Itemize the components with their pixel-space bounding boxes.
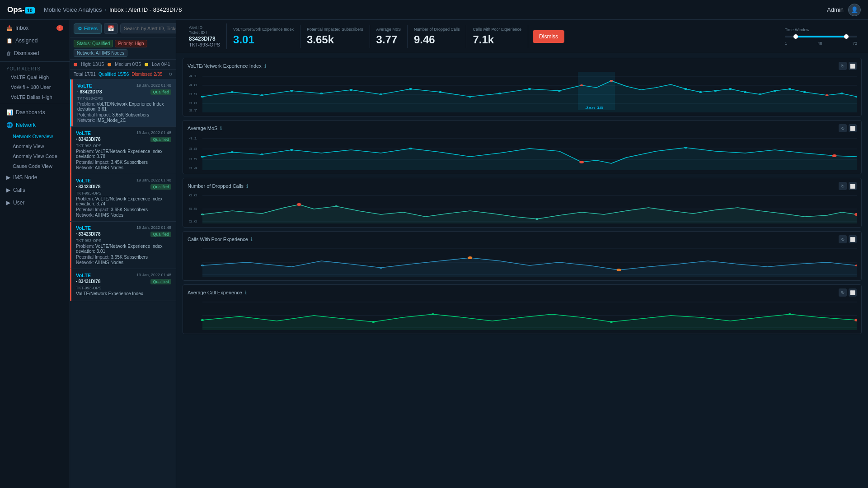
svg-text:4.0: 4.0: [189, 83, 197, 87]
tag-priority[interactable]: Priority: High: [115, 40, 147, 47]
chart-title-poor-exp: Calls With Poor Experience: [188, 237, 248, 242]
sidebar-item-cause-code-view[interactable]: Cause Code View: [0, 161, 70, 171]
alert-card-2[interactable]: VoLTE 19 Jan, 2022 01:48 · 83423DI78 Qua…: [70, 127, 176, 174]
filter-button[interactable]: ⚙ Filters: [74, 23, 102, 34]
time-slider-track[interactable]: [785, 36, 857, 37]
alert-problem-4: Problem: VoLTE/Network Experience Index …: [76, 244, 171, 254]
svg-text:3.5: 3.5: [189, 157, 197, 161]
alert-problem-1: Problem: VoLTE/Network Experience Index …: [77, 102, 171, 112]
sidebar-item-network-overview[interactable]: Network Overview: [0, 131, 70, 141]
sev-bar-2: [70, 127, 71, 174]
svg-point-9: [201, 96, 204, 98]
sev-dot-low: [145, 63, 148, 66]
sidebar-item-network[interactable]: 🌐 Network: [0, 119, 70, 131]
tag-status[interactable]: Status: Qualified: [74, 40, 113, 47]
sidebar-item-alert3[interactable]: VoLTE Dallas High: [0, 92, 70, 102]
chart-action-export-3[interactable]: ⬜: [849, 182, 857, 190]
alert-status-4: Qualified: [150, 232, 171, 237]
info-icon-4[interactable]: ℹ: [251, 237, 253, 242]
network-icon: 🌐: [6, 122, 13, 128]
sidebar-item-anomaly-view[interactable]: Anomaly View: [0, 141, 70, 151]
svg-point-67: [468, 256, 472, 259]
alert-problem-5: VoLTE/Network Experience Index: [76, 291, 171, 296]
sidebar-item-anomaly-view-code[interactable]: Anomaly View Code: [0, 151, 70, 161]
filter-tags: Status: Qualified Priority: High Network…: [70, 37, 176, 60]
tw-max: 72: [853, 41, 857, 46]
sidebar-item-alert1[interactable]: VoLTE Qual High: [0, 72, 70, 82]
sidebar-item-user[interactable]: ▶ User: [0, 196, 70, 209]
chart-action-refresh-4[interactable]: ↻: [839, 235, 847, 243]
svg-point-62: [335, 205, 338, 207]
svg-point-20: [528, 88, 531, 90]
user-icon: ▶: [6, 200, 10, 206]
info-icon-5[interactable]: ℹ: [245, 290, 247, 296]
sidebar-item-calls[interactable]: ▶ Calls: [0, 184, 70, 196]
svg-point-50: [290, 149, 293, 151]
sidebar-item-inbox[interactable]: 📥 Inbox 1: [0, 22, 70, 34]
avatar[interactable]: 👤: [848, 4, 861, 16]
info-icon-1[interactable]: ℹ: [264, 63, 266, 69]
chart-action-refresh-2[interactable]: ↻: [839, 124, 847, 132]
svg-point-69: [201, 265, 204, 266]
dismiss-button[interactable]: Dismiss: [533, 30, 564, 43]
time-window: Time Window 1 48 72: [780, 26, 862, 47]
sev-medium-label: Medium 0/35: [115, 62, 141, 67]
dismissed-count: Dismissed 2/35: [131, 72, 162, 77]
info-icon-2[interactable]: ℹ: [220, 125, 222, 131]
chart-action-refresh-1[interactable]: ↻: [839, 62, 847, 70]
alert-id-value: 83423DI78: [189, 36, 220, 42]
chart-action-refresh-5[interactable]: ↻: [839, 288, 847, 297]
sidebar-item-dismissed[interactable]: 🗑 Dismissed: [0, 47, 70, 60]
alert-network-2: Network: All IMS Nodes: [76, 165, 171, 170]
chart-action-export-4[interactable]: ⬜: [849, 235, 857, 243]
alert-card-4[interactable]: VoLTE 19 Jan, 2022 01:48 · 83423DI78 Qua…: [70, 222, 176, 269]
sidebar-item-ims-node[interactable]: ▶ IMS Node: [0, 171, 70, 184]
stat-potential: Potential Impacted Subscribers 3.65k: [300, 25, 370, 48]
alert-tech-2: VoLTE: [76, 130, 91, 136]
alert-problem-2: Problem: VoLTE/Network Experience Index …: [76, 149, 171, 159]
alerts-list: VoLTE 19 Jan, 2022 01:48 · 83423DI78 Qua…: [70, 79, 176, 488]
logo[interactable]: Ops-10: [7, 5, 35, 14]
svg-text:4.1: 4.1: [189, 136, 197, 140]
alert-date-5: 19 Jan, 2022 01:48: [136, 273, 171, 277]
breadcrumb-home[interactable]: Mobile Voice Analytics: [44, 6, 102, 13]
alert-card-3[interactable]: VoLTE 19 Jan, 2022 01:48 · 83423DI78 Qua…: [70, 174, 176, 222]
main-content: Alert ID Ticket ID / 83423DI78 TKT-993-O…: [176, 20, 868, 488]
chart-action-refresh-3[interactable]: ↻: [839, 182, 847, 190]
sidebar-item-assigned[interactable]: 📋 Assigned: [0, 34, 70, 47]
severity-legend: High: 13/15 Medium 0/35 Low 0/41: [70, 60, 176, 70]
alert-card-5[interactable]: VoLTE 19 Jan, 2022 01:48 · 83431DI78 Qua…: [70, 269, 176, 301]
chart-action-export-1[interactable]: ⬜: [849, 62, 857, 70]
svg-point-48: [230, 151, 234, 153]
refresh-icon[interactable]: ↻: [169, 72, 172, 77]
inbox-badge: 1: [56, 25, 63, 31]
svg-text:5.5: 5.5: [189, 207, 197, 211]
calendar-button[interactable]: 📅: [104, 23, 118, 34]
svg-point-75: [201, 319, 204, 321]
tag-network[interactable]: Network: All IMS Nodes: [74, 49, 127, 57]
sidebar-item-dashboards[interactable]: 📊 Dashboards: [0, 106, 70, 119]
breadcrumb-sep: ›: [105, 6, 107, 13]
stat-exp-index: VoLTE/Network Experience Index 3.01: [227, 25, 300, 48]
alert-card-1[interactable]: VoLTE 19 Jan, 2022 01:48 · 83423DI78 Qua…: [70, 79, 176, 127]
alert-impact-4: Potential Impact: 3.65K Subscribers: [76, 255, 171, 260]
alert-toolbar: ⚙ Filters 📅: [70, 20, 176, 37]
info-icon-3[interactable]: ℹ: [246, 183, 248, 189]
alert-network-1: Network: IMS_Node_2C: [77, 118, 171, 123]
alert-panel: ⚙ Filters 📅 Status: Qualified Priority: …: [70, 20, 176, 488]
search-input[interactable]: [120, 23, 176, 33]
svg-point-70: [380, 267, 383, 269]
alert-date-1: 19 Jan, 2022 01:48: [136, 83, 171, 88]
svg-point-45: [579, 161, 584, 163]
sev-dot-high: [74, 63, 77, 66]
potential-value: 3.65k: [307, 33, 363, 46]
sidebar-item-alert2[interactable]: VoWifi + 180 User: [0, 82, 70, 92]
calls-icon: ▶: [6, 187, 10, 193]
alert-tech-5: VoLTE: [76, 273, 91, 278]
sidebar-group-your-alerts: Your Alerts: [0, 64, 70, 72]
svg-point-16: [409, 88, 412, 90]
chart-volte-exp: VoLTE/Network Experience Index ℹ ↻ ⬜ 4.1…: [183, 58, 862, 116]
chart-action-export-2[interactable]: ⬜: [849, 124, 857, 132]
svg-point-26: [684, 88, 687, 90]
chart-action-export-5[interactable]: ⬜: [849, 288, 857, 297]
